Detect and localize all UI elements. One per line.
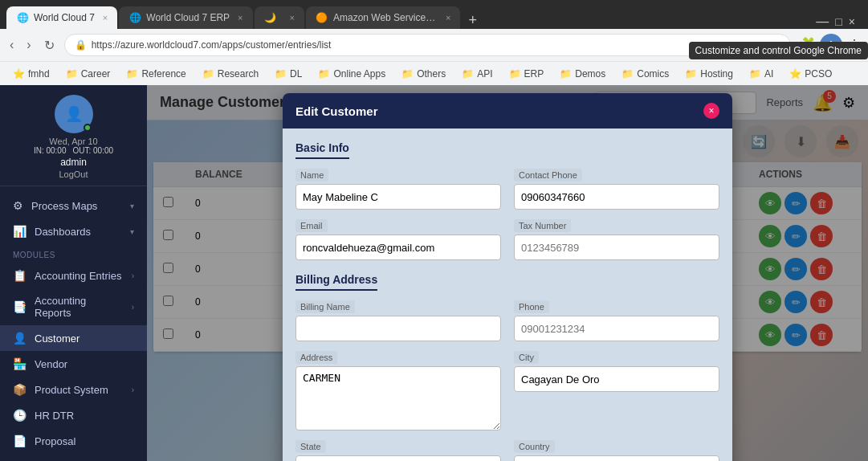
bookmark-pcso[interactable]: ⭐ PCSO: [783, 67, 838, 81]
name-input[interactable]: [295, 184, 501, 210]
bookmark-research[interactable]: 📁 Research: [196, 67, 265, 81]
bookmark-dl[interactable]: 📁 DL: [268, 67, 308, 81]
admin-label: admin: [60, 157, 87, 168]
bookmark-comics[interactable]: 📁 Comics: [615, 67, 675, 81]
tab-favicon-2: 🌐: [128, 11, 141, 24]
in-time: IN: 00:00: [34, 146, 67, 155]
sidebar-item-proposal[interactable]: 📄 Proposal: [0, 428, 147, 454]
sidebar-item-dashboards[interactable]: 📊 Dashboards ▾: [0, 218, 147, 244]
tab-world-cloud-7-erp[interactable]: 🌐 World Cloud 7 ERP ×: [119, 6, 252, 29]
close-window-button[interactable]: ×: [849, 15, 855, 28]
bookmark-others[interactable]: 📁 Others: [395, 67, 452, 81]
tab-aws[interactable]: 🟠 Amazon Web Services Sign-In ×: [306, 6, 460, 29]
address-bar[interactable]: 🔒 https://azure.worldcloud7.com/apps/cus…: [64, 34, 791, 56]
modal-close-button[interactable]: ×: [703, 103, 719, 119]
sidebar-item-accounting-entries[interactable]: 📋 Accounting Entries ›: [0, 263, 147, 288]
state-label: State: [295, 440, 326, 453]
tab-favicon-3: 🌙: [264, 11, 277, 24]
form-row-email-tax: Email Tax Number: [295, 219, 719, 260]
dashboards-icon: 📊: [13, 225, 26, 238]
folder-icon: 📁: [749, 68, 761, 80]
basic-info-title: Basic Info: [295, 141, 349, 159]
bookmark-ai[interactable]: 📁 AI: [743, 67, 780, 81]
bookmark-api[interactable]: 📁 API: [455, 67, 499, 81]
accounting-reports-icon: 📑: [13, 300, 26, 313]
logout-button[interactable]: LogOut: [59, 169, 88, 179]
sidebar-item-label: Dashboards: [35, 226, 122, 238]
product-system-icon: 📦: [13, 383, 26, 396]
sidebar-item-label: Process Maps: [31, 200, 122, 212]
modal-overlay: Edit Customer × Basic Info Name: [147, 85, 868, 461]
contact-phone-input[interactable]: [514, 184, 719, 210]
restore-button[interactable]: □: [835, 15, 842, 28]
bookmark-label: API: [477, 68, 492, 80]
tab-title-4: Amazon Web Services Sign-In: [333, 12, 438, 23]
bookmark-label: Research: [218, 68, 259, 80]
form-group-contact-phone: Contact Phone: [514, 169, 719, 210]
out-time: OUT: 00:00: [73, 146, 114, 155]
reload-button[interactable]: ↻: [41, 35, 58, 56]
bookmark-icon: ⭐: [13, 68, 25, 80]
vendor-icon: 🏪: [13, 357, 26, 370]
form-row-name-phone: Name Contact Phone: [295, 169, 719, 210]
lock-icon: 🔒: [75, 39, 87, 51]
bookmark-erp[interactable]: 📁 ERP: [503, 67, 551, 81]
minimize-button[interactable]: —: [816, 14, 829, 29]
tab-title-1: World Cloud 7: [34, 12, 95, 23]
city-input[interactable]: [514, 366, 719, 392]
phone-input[interactable]: [514, 316, 719, 341]
forward-button[interactable]: ›: [23, 35, 34, 55]
bookmark-demos[interactable]: 📁 Demos: [553, 67, 612, 81]
sidebar-item-process-maps[interactable]: ⚙ Process Maps ▾: [0, 193, 147, 218]
form-row-state-country: State Country: [295, 440, 719, 461]
billing-name-label: Billing Name: [295, 300, 355, 313]
tab-close-1[interactable]: ×: [103, 13, 108, 22]
billing-name-input[interactable]: [295, 316, 501, 341]
browser-chrome: 🌐 World Cloud 7 × 🌐 World Cloud 7 ERP × …: [0, 0, 868, 85]
new-tab-button[interactable]: +: [462, 12, 483, 29]
sidebar-item-product-system[interactable]: 📦 Product System ›: [0, 377, 147, 402]
bookmark-label: Career: [81, 68, 111, 80]
city-label: City: [514, 351, 539, 364]
bookmark-fmhd[interactable]: ⭐ fmhd: [6, 67, 56, 81]
sidebar-item-label: Proposal: [35, 435, 134, 447]
content-inner: Manage Customer Reports 🔔 5 ⚙ 👁 ⬆ 🔄 ⬇ 📥: [147, 85, 868, 461]
profile-time-info: IN: 00:00 OUT: 00:00: [34, 146, 113, 155]
country-input[interactable]: [514, 455, 719, 461]
tax-number-input[interactable]: [514, 235, 719, 260]
back-button[interactable]: ‹: [6, 35, 17, 55]
bookmark-label: Comics: [637, 68, 669, 80]
sidebar-item-vendor[interactable]: 🏪 Vendor: [0, 351, 147, 377]
bookmark-reference[interactable]: 📁 Reference: [120, 67, 192, 81]
tab-loading[interactable]: 🌙 ×: [255, 6, 304, 29]
bookmark-label: AI: [764, 68, 773, 80]
form-group-city: City: [514, 351, 719, 430]
bookmark-label: ERP: [524, 68, 544, 80]
bookmark-online-apps[interactable]: 📁 Online Apps: [312, 67, 392, 81]
tab-close-2[interactable]: ×: [238, 13, 242, 22]
folder-icon: 📁: [621, 68, 634, 80]
billing-address-title: Billing Address: [295, 273, 377, 291]
bookmark-hosting[interactable]: 📁 Hosting: [679, 67, 740, 81]
tab-close-4[interactable]: ×: [446, 13, 450, 22]
folder-icon: 📁: [509, 68, 521, 80]
form-row-address-city: Address CARMEN City: [295, 351, 719, 430]
sidebar-item-label: HR DTR: [35, 410, 134, 422]
folder-icon: 📁: [401, 68, 414, 80]
billing-address-section: Billing Address Billing Name Phone: [295, 273, 719, 461]
address-textarea[interactable]: CARMEN: [295, 366, 501, 430]
form-group-name: Name: [295, 169, 501, 210]
tab-close-3[interactable]: ×: [290, 13, 295, 22]
basic-info-section: Basic Info Name Contact Phone: [295, 141, 719, 260]
sidebar-item-accounting-reports[interactable]: 📑 Accounting Reports ›: [0, 288, 147, 325]
state-input[interactable]: [295, 455, 501, 461]
bookmark-career[interactable]: 📁 Career: [59, 67, 117, 81]
tab-world-cloud-7[interactable]: 🌐 World Cloud 7 ×: [6, 6, 117, 29]
star-icon: ⭐: [789, 68, 801, 80]
tab-bar: 🌐 World Cloud 7 × 🌐 World Cloud 7 ERP × …: [0, 0, 868, 29]
modules-section-label: MODULES: [0, 244, 147, 263]
email-input[interactable]: [295, 235, 501, 260]
form-group-state: State: [295, 440, 501, 461]
sidebar-item-customer[interactable]: 👤 Customer: [0, 325, 147, 351]
sidebar-item-hr-dtr[interactable]: 🕒 HR DTR: [0, 402, 147, 428]
